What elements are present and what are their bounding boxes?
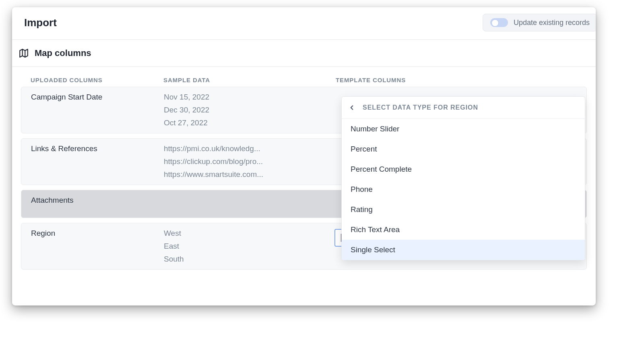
sample-value: East [164, 242, 317, 251]
svg-marker-0 [20, 49, 28, 57]
uploaded-column-name: Links & References [21, 144, 164, 179]
uploaded-column-name: Region [21, 229, 164, 264]
page-title: Import [24, 17, 57, 29]
data-type-option-percent[interactable]: Percent [342, 139, 585, 159]
column-header-uploaded: UPLOADED COLUMNS [12, 77, 163, 83]
back-button[interactable] [347, 102, 357, 113]
dropdown-title: SELECT DATA TYPE FOR REGION [363, 104, 478, 111]
sample-value: Dec 30, 2022 [164, 106, 317, 114]
sample-value: South [164, 255, 317, 264]
update-existing-toggle-wrap: Update existing records [483, 14, 596, 31]
dropdown-header: SELECT DATA TYPE FOR REGION [342, 97, 585, 119]
data-type-option-single-select[interactable]: Single Select [342, 240, 585, 260]
sample-values [164, 196, 317, 212]
import-panel: Import Update existing records Map colum… [12, 7, 596, 305]
sample-values: https://pmi.co.uk/knowledg... https://cl… [164, 144, 317, 179]
subheader: Map columns [12, 40, 596, 67]
columns-header: UPLOADED COLUMNS SAMPLE DATA TEMPLATE CO… [12, 67, 596, 87]
sample-value: Oct 27, 2022 [164, 118, 317, 127]
map-icon [19, 48, 29, 58]
sample-value: https://pmi.co.uk/knowledg... [164, 144, 317, 153]
data-type-option-rich-text-area[interactable]: Rich Text Area [342, 220, 585, 240]
sample-value: Nov 15, 2022 [164, 93, 317, 102]
column-header-sample: SAMPLE DATA [163, 77, 316, 83]
sample-value: https://www.smartsuite.com... [164, 170, 317, 179]
update-existing-toggle[interactable] [490, 18, 508, 27]
data-type-option-rating[interactable]: Rating [342, 199, 585, 220]
update-existing-label: Update existing records [514, 19, 590, 27]
subheader-title: Map columns [35, 48, 91, 58]
uploaded-column-name: Campaign Start Date [21, 93, 164, 127]
sample-value: https://clickup.com/blog/pro... [164, 157, 317, 166]
chevron-left-icon [348, 104, 355, 111]
uploaded-column-name: Attachments [21, 196, 164, 212]
sample-values: Nov 15, 2022 Dec 30, 2022 Oct 27, 2022 [164, 93, 317, 127]
header: Import Update existing records [12, 7, 596, 40]
data-type-option-phone[interactable]: Phone [342, 179, 585, 199]
data-type-option-number-slider[interactable]: Number Slider [342, 119, 585, 139]
data-type-option-percent-complete[interactable]: Percent Complete [342, 159, 585, 179]
data-type-dropdown: SELECT DATA TYPE FOR REGION Number Slide… [341, 96, 585, 260]
sample-values: West East South [164, 229, 317, 264]
sample-value: West [164, 229, 317, 238]
column-header-template: TEMPLATE COLUMNS [316, 77, 596, 83]
